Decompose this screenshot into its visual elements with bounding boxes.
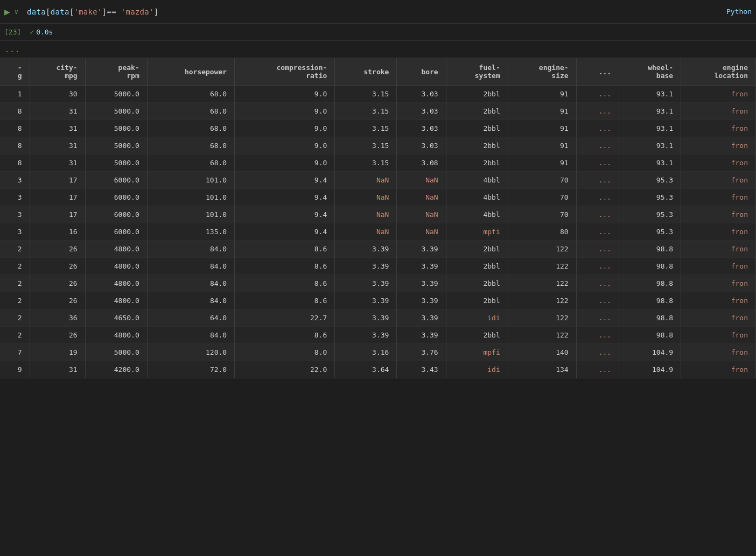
cell-wheelbase: 98.8 [619,258,681,275]
cell-idx: 8 [0,120,30,137]
code-cell: data[data['make']== 'mazda'] [27,8,726,16]
cell-peak_rpm: 4800.0 [85,327,147,344]
cell-idx: 8 [0,103,30,120]
column-header-idx: -g [0,58,30,86]
cell-stroke: 3.39 [335,327,397,344]
cell-ellipsis: ... [576,172,619,189]
cell-bore: 3.39 [397,292,446,309]
cell-engine_size: 91 [508,103,576,120]
cell-stroke: 3.16 [335,344,397,361]
cell-peak_rpm: 4800.0 [85,258,147,275]
table-row: 1305000.068.09.03.153.032bbl91...93.1fro… [0,86,756,103]
column-header-wheelbase: wheel-base [619,58,681,86]
cell-horsepower: 68.0 [147,86,234,103]
cell-city_mpg: 31 [30,361,85,378]
cell-stroke: 3.39 [335,309,397,327]
cell-ellipsis: ... [576,309,619,327]
cell-peak_rpm: 5000.0 [85,137,147,154]
cell-compression_ratio: 8.0 [235,344,335,361]
cell-wheelbase: 95.3 [619,223,681,241]
cell-idx: 1 [0,86,30,103]
cell-peak_rpm: 6000.0 [85,189,147,206]
column-header-peak_rpm: peak-rpm [85,58,147,86]
cell-engine_size: 70 [508,206,576,223]
code-str1: 'make' [74,8,102,16]
chevron-down-icon[interactable]: ∨ [15,8,18,16]
cell-fuel_system: idi [446,309,508,327]
cell-peak_rpm: 6000.0 [85,223,147,241]
cell-peak_rpm: 4200.0 [85,361,147,378]
cell-city_mpg: 26 [30,292,85,309]
language-label: Python [726,8,752,16]
cell-wheelbase: 98.8 [619,292,681,309]
cell-city_mpg: 31 [30,120,85,137]
cell-horsepower: 68.0 [147,137,234,154]
cell-wheelbase: 95.3 [619,206,681,223]
cell-wheelbase: 104.9 [619,361,681,378]
cell-engine_location: fron [681,223,756,241]
cell-stroke: 3.39 [335,258,397,275]
cell-city_mpg: 17 [30,189,85,206]
cell-compression_ratio: 9.0 [235,103,335,120]
cell-number: [23] [4,28,21,36]
cell-stroke: 3.39 [335,275,397,292]
cell-idx: 3 [0,206,30,223]
cell-stroke: NaN [335,223,397,241]
table-row: 8315000.068.09.03.153.082bbl91...93.1fro… [0,154,756,172]
cell-stroke: 3.15 [335,154,397,172]
column-header-ellipsis: ... [576,58,619,86]
cell-ellipsis: ... [576,189,619,206]
column-header-engine_size: engine-size [508,58,576,86]
cell-bore: 3.39 [397,309,446,327]
cell-peak_rpm: 5000.0 [85,154,147,172]
cell-engine_location: fron [681,172,756,189]
cell-fuel_system: 2bbl [446,292,508,309]
cell-city_mpg: 31 [30,137,85,154]
code-str2: 'mazda' [116,8,154,16]
cell-engine_size: 122 [508,258,576,275]
cell-fuel_system: 2bbl [446,120,508,137]
cell-compression_ratio: 8.6 [235,258,335,275]
cell-engine_location: fron [681,103,756,120]
cell-peak_rpm: 5000.0 [85,344,147,361]
cell-compression_ratio: 8.6 [235,292,335,309]
cell-fuel_system: 2bbl [446,258,508,275]
cell-horsepower: 120.0 [147,344,234,361]
cell-city_mpg: 31 [30,154,85,172]
cell-engine_size: 122 [508,275,576,292]
cell-fuel_system: mpfi [446,223,508,241]
cell-compression_ratio: 9.4 [235,206,335,223]
cell-wheelbase: 98.8 [619,275,681,292]
cell-fuel_system: 2bbl [446,327,508,344]
cell-engine_location: fron [681,292,756,309]
cell-bore: 3.39 [397,258,446,275]
cell-city_mpg: 30 [30,86,85,103]
cell-fuel_system: 2bbl [446,275,508,292]
cell-engine_location: fron [681,309,756,327]
column-header-stroke: stroke [335,58,397,86]
cell-stroke: 3.15 [335,86,397,103]
cell-ellipsis: ... [576,86,619,103]
table-row: 3176000.0101.09.4NaNNaN4bbl70...95.3fron [0,172,756,189]
column-header-fuel_system: fuel-system [446,58,508,86]
cell-idx: 2 [0,292,30,309]
cell-engine_size: 70 [508,189,576,206]
cell-bore: 3.39 [397,275,446,292]
cell-ellipsis: ... [576,137,619,154]
cell-bore: 3.03 [397,86,446,103]
cell-compression_ratio: 9.0 [235,86,335,103]
table-row: 3176000.0101.09.4NaNNaN4bbl70...95.3fron [0,189,756,206]
cell-horsepower: 84.0 [147,241,234,258]
data-table: -gcity-mpgpeak-rpmhorsepowercompression-… [0,58,756,378]
cell-wheelbase: 104.9 [619,344,681,361]
cell-city_mpg: 36 [30,309,85,327]
cell-horsepower: 84.0 [147,258,234,275]
cell-engine_location: fron [681,86,756,103]
cell-city_mpg: 31 [30,103,85,120]
data-table-container[interactable]: -gcity-mpgpeak-rpmhorsepowercompression-… [0,58,756,378]
cell-ellipsis: ... [576,154,619,172]
cell-horsepower: 68.0 [147,103,234,120]
run-button[interactable]: ▶ [4,6,10,17]
cell-ellipsis: ... [576,327,619,344]
cell-stroke: NaN [335,206,397,223]
